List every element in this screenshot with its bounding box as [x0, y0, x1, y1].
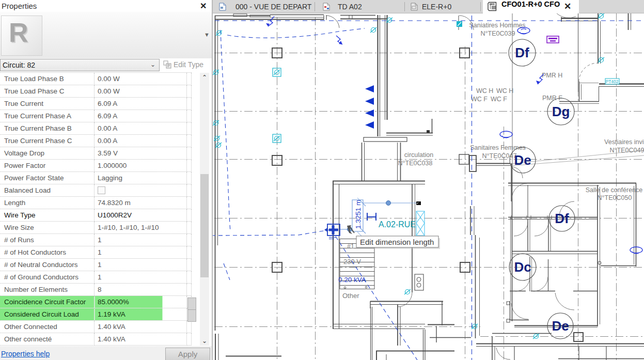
svg-text:Edit dimension length: Edit dimension length [360, 238, 434, 246]
svg-text:N°TE0C038: N°TE0C038 [398, 160, 433, 167]
svg-text:De: De [514, 152, 531, 168]
svg-text:PMR H: PMR H [542, 72, 562, 79]
svg-text:PT402: PT402 [605, 79, 618, 84]
svg-text:Salle de conférence: Salle de conférence [586, 186, 643, 194]
svg-text:Dg: Dg [552, 104, 570, 119]
svg-text:Other: Other [342, 292, 359, 300]
svg-text:WC F: WC F [471, 96, 488, 103]
svg-text:De: De [552, 318, 569, 334]
svg-text:0.20 kVA: 0.20 kVA [338, 276, 366, 284]
svg-text:N°TE0C039: N°TE0C039 [481, 30, 515, 37]
svg-text:1.3251 m: 1.3251 m [354, 200, 362, 229]
svg-text:Vestiaires invit: Vestiaires invit [604, 138, 644, 146]
svg-text:WC H: WC H [476, 87, 493, 95]
svg-text:circulation: circulation [404, 151, 433, 159]
svg-text:A.02-RUE: A.02-RUE [379, 220, 416, 229]
svg-text:N°TE0C049: N°TE0C049 [610, 147, 644, 154]
svg-text:N°TE0C050: N°TE0C050 [598, 194, 632, 201]
svg-text:Df: Df [515, 45, 529, 60]
svg-text:Sanitaires Femmes: Sanitaires Femmes [470, 144, 526, 151]
svg-text:#1: #1 [347, 243, 354, 250]
svg-text:Df: Df [555, 211, 569, 226]
svg-text:Dc: Dc [514, 259, 531, 275]
svg-text:Saniatires Hommes: Saniatires Hommes [469, 22, 525, 29]
svg-text:WC F: WC F [491, 96, 507, 103]
svg-text:WC H: WC H [496, 87, 513, 95]
